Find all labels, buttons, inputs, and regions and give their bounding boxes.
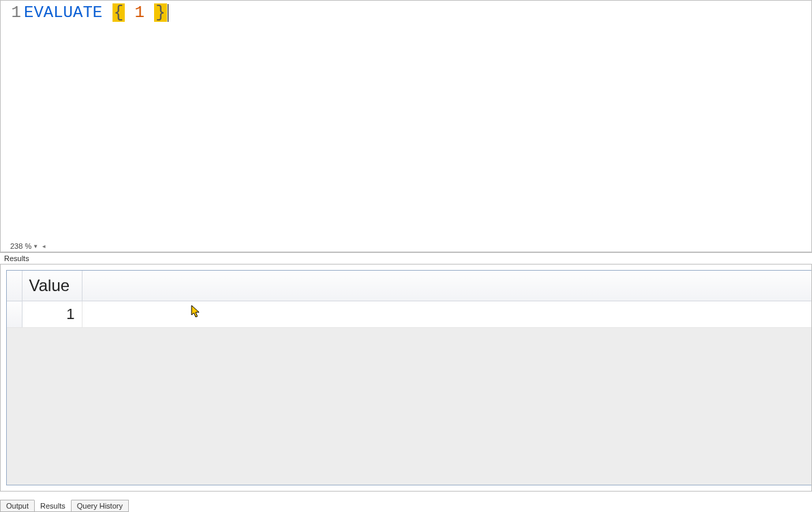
cell-empty bbox=[82, 301, 811, 328]
dropdown-icon[interactable]: ▼ bbox=[33, 243, 38, 250]
line-number: 1 bbox=[12, 3, 21, 22]
code-editor[interactable]: 1 EVALUATE { 1 } bbox=[1, 1, 811, 241]
column-header-empty bbox=[82, 271, 811, 301]
row-header-cell[interactable] bbox=[7, 301, 22, 328]
line-number-gutter: 1 bbox=[1, 1, 24, 241]
chevron-left-icon[interactable]: ◂ bbox=[42, 243, 46, 250]
zoom-bar: 238 % ▼ ◂ bbox=[1, 241, 811, 252]
token-open-brace: { bbox=[112, 3, 125, 22]
bottom-tab-strip: Output Results Query History bbox=[0, 500, 128, 512]
results-panel-label: Results bbox=[0, 252, 812, 264]
token-number: 1 bbox=[134, 3, 144, 22]
row-header-corner[interactable] bbox=[7, 271, 22, 301]
query-editor-pane: 1 EVALUATE { 1 } 238 % ▼ ◂ bbox=[0, 0, 812, 252]
results-grid-container: Value 1 bbox=[6, 270, 811, 485]
token-close-brace: } bbox=[154, 3, 166, 22]
tab-query-history[interactable]: Query History bbox=[71, 500, 129, 512]
code-text[interactable]: EVALUATE { 1 } bbox=[24, 1, 811, 241]
cell-value[interactable]: 1 bbox=[22, 301, 82, 328]
results-pane: Value 1 bbox=[0, 264, 812, 492]
table-header-row: Value bbox=[7, 271, 811, 301]
results-table[interactable]: Value 1 bbox=[7, 271, 811, 328]
tab-results[interactable]: Results bbox=[34, 500, 72, 512]
token-keyword: EVALUATE bbox=[24, 3, 102, 22]
text-cursor bbox=[168, 4, 168, 22]
column-header-value[interactable]: Value bbox=[22, 271, 82, 301]
zoom-level[interactable]: 238 % bbox=[10, 242, 31, 250]
tab-output[interactable]: Output bbox=[0, 500, 35, 512]
table-row[interactable]: 1 bbox=[7, 301, 811, 328]
